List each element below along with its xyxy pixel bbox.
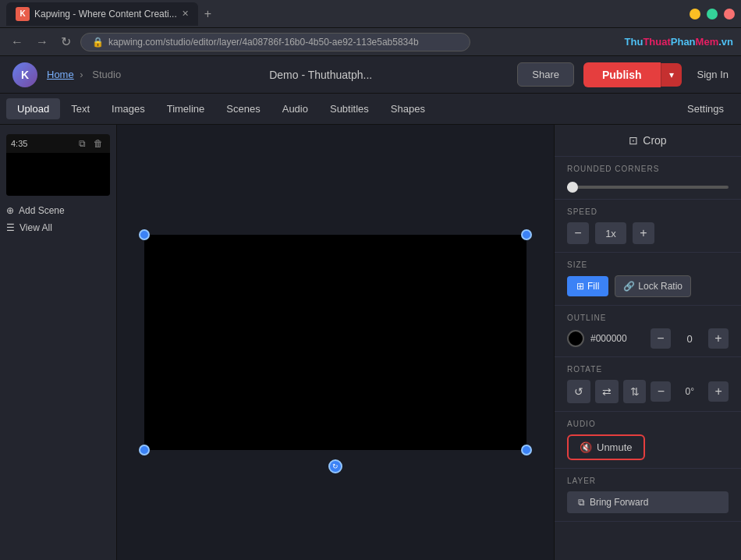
rotate-ccw-button[interactable]: ↺ [567,380,590,403]
lock-ratio-icon: 🔗 [623,281,635,292]
url-text: kapwing.com/studio/editor/layer/4a08786f… [108,37,419,48]
toolbar-timeline[interactable]: Timeline [156,98,216,119]
watermark-vn: .vn [718,36,733,48]
forward-button[interactable]: → [33,34,51,51]
watermark-phan: Phan [671,36,696,48]
outline-color-swatch[interactable] [567,330,584,347]
audio-row: 🔇 Unmute [555,431,741,468]
rotate-section: ROTATE ↺ ⇄ ⇅ − 0° + [555,357,741,412]
crop-section: ⊡ Crop [555,125,741,157]
scene-duplicate-button[interactable]: ⧉ [76,137,88,150]
close-button[interactable]: ✕ [724,9,735,19]
rounded-corners-slider[interactable] [567,186,729,189]
scene-item: 4:35 ⧉ 🗑 [6,134,110,196]
home-link[interactable]: Home [47,69,74,80]
back-button[interactable]: ← [8,34,27,51]
fill-label: Fill [587,281,599,292]
watermark-mem: Mem [696,36,719,48]
scene-header: 4:35 ⧉ 🗑 [6,134,110,153]
handle-top-right[interactable] [521,229,532,240]
speed-minus-button[interactable]: − [567,222,589,244]
outline-label: OUTLINE [555,306,741,325]
crop-header[interactable]: ⊡ Crop [555,125,741,156]
rotate-minus-button[interactable]: − [651,381,671,402]
watermark: ThuThuatPhanMem.vn [625,36,733,48]
maximize-button[interactable]: □ [707,9,718,19]
rotate-flip-h-button[interactable]: ⇄ [595,380,619,403]
handle-top-left[interactable] [139,229,150,240]
slider-row [555,176,741,199]
outline-value: 0 [677,333,702,345]
canvas-wrapper: ↻ [144,235,526,450]
handle-bottom-right[interactable] [521,445,532,455]
favicon: K [16,7,30,21]
scene-delete-button[interactable]: 🗑 [91,137,105,150]
window-controls: – □ ✕ [690,9,735,19]
outline-minus-button[interactable]: − [651,328,671,349]
studio-label: Studio [92,69,121,80]
publish-group: Publish ▾ [583,62,682,87]
speed-value-input[interactable] [595,222,626,244]
add-scene-icon: ⊕ [6,205,14,216]
tab-close-icon[interactable]: ✕ [182,9,189,19]
layer-section: LAYER ⧉ Bring Forward [555,469,741,522]
outline-plus-button[interactable]: + [708,328,729,349]
toolbar-images[interactable]: Images [101,98,156,119]
new-tab-button[interactable]: + [204,7,211,21]
unmute-label: Unmute [597,441,633,453]
layer-row: ⧉ Bring Forward [555,488,741,521]
browser-tab[interactable]: K Kapwing - Where Content Creati... ✕ [6,2,198,26]
view-all-icon: ☰ [6,222,15,233]
lock-ratio-button[interactable]: 🔗 Lock Ratio [615,275,691,297]
toolbar-scenes[interactable]: Scenes [215,98,271,119]
share-button[interactable]: Share [517,62,574,87]
toolbar-shapes[interactable]: Shapes [380,98,436,119]
publish-dropdown-button[interactable]: ▾ [661,63,682,87]
publish-button[interactable]: Publish [583,62,661,87]
outline-section: OUTLINE #000000 − 0 + [555,306,741,357]
main-layout: 4:35 ⧉ 🗑 ⊕ Add Scene ☰ View All ↻ [0,125,741,560]
size-label: SIZE [555,253,741,272]
rotate-flip-v-button[interactable]: ⇅ [623,380,647,403]
bring-forward-button[interactable]: ⧉ Bring Forward [567,491,729,513]
breadcrumb-separator: › [80,69,86,80]
view-all-button[interactable]: ☰ View All [6,219,110,236]
minimize-button[interactable]: – [690,9,700,19]
toolbar-upload[interactable]: Upload [6,98,60,119]
browser-titlebar: K Kapwing - Where Content Creati... ✕ + … [0,0,741,28]
refresh-button[interactable]: ↻ [58,33,74,51]
unmute-button[interactable]: 🔇 Unmute [567,434,645,460]
left-sidebar: 4:35 ⧉ 🗑 ⊕ Add Scene ☰ View All [0,125,117,560]
outline-hex: #000000 [590,333,644,344]
fill-button[interactable]: ⊞ Fill [567,276,608,296]
layer-label: LAYER [555,469,741,488]
fill-icon: ⊞ [576,281,584,292]
rotate-value: 0° [675,386,704,397]
right-panel: ⊡ Crop ROUNDED CORNERS SPEED − + SIZE [554,125,741,560]
rotate-handle[interactable]: ↻ [328,459,342,473]
canvas-area: ↻ [117,125,554,560]
rotate-row: ↺ ⇄ ⇅ − 0° + [555,377,741,411]
toolbar-text[interactable]: Text [60,98,101,119]
outline-row: #000000 − 0 + [555,325,741,356]
rotate-label: ROTATE [555,357,741,377]
size-section: SIZE ⊞ Fill 🔗 Lock Ratio [555,253,741,306]
toolbar-settings[interactable]: Settings [676,98,735,119]
canvas-content [144,235,526,450]
watermark-thu: Thu [625,36,644,48]
watermark-thuat: Thuat [643,36,670,48]
sign-in-button[interactable]: Sign In [697,69,729,80]
tab-title: Kapwing - Where Content Creati... [34,9,177,19]
address-bar[interactable]: 🔒 kapwing.com/studio/editor/layer/4a0878… [80,33,470,51]
toolbar-subtitles[interactable]: Subtitles [319,98,380,119]
speed-label: SPEED [555,200,741,219]
rotate-plus-button[interactable]: + [708,381,729,402]
speed-section: SPEED − + [555,200,741,253]
lock-ratio-label: Lock Ratio [638,281,682,292]
handle-bottom-left[interactable] [139,445,150,455]
audio-label: AUDIO [555,412,741,431]
toolbar-audio[interactable]: Audio [271,98,319,119]
lock-icon: 🔒 [92,37,104,48]
add-scene-button[interactable]: ⊕ Add Scene [6,202,110,219]
speed-plus-button[interactable]: + [633,222,654,244]
